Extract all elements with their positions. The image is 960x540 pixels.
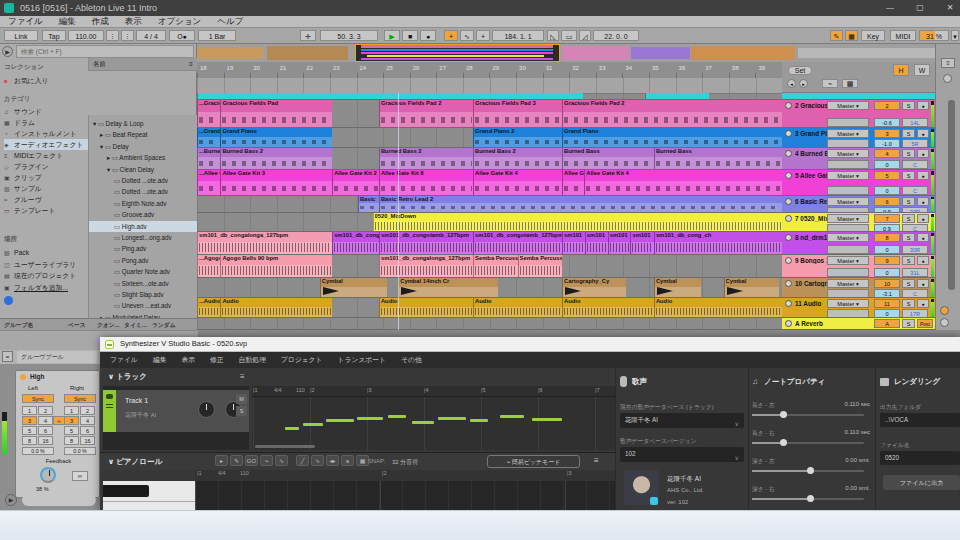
note-prop-slider[interactable]: [752, 414, 864, 416]
tool-2-icon[interactable]: GO: [245, 455, 258, 466]
clip[interactable]: sm101_db_cong_ch: [654, 232, 782, 254]
voice-db-select[interactable]: 花隈千冬 AI∨: [620, 413, 744, 428]
menu-item[interactable]: ヘルプ: [217, 16, 243, 28]
maximize-button[interactable]: ▢: [906, 0, 934, 16]
clip[interactable]: Audio: [220, 298, 332, 317]
delay-beat-cell[interactable]: 8: [22, 436, 37, 445]
clip[interactable]: Allee Gate Kit 4: [584, 170, 782, 195]
solo-button[interactable]: S: [902, 101, 915, 110]
tree-item[interactable]: ▭ Dotted ...ote.adv: [89, 186, 198, 197]
synthv-menu-item[interactable]: ファイル: [110, 355, 138, 365]
pan-field[interactable]: C: [902, 186, 928, 195]
pianoroll-ruler[interactable]: |1 4/4 110 |2 |3: [195, 470, 615, 481]
offset-left-field[interactable]: 0.0 %: [22, 447, 54, 455]
piano-keys[interactable]: [103, 481, 195, 510]
arm-button[interactable]: ●: [917, 279, 929, 288]
menu-item[interactable]: オプション: [158, 16, 202, 28]
fold-track-icon[interactable]: [785, 130, 792, 137]
re-enable-automation-button[interactable]: +: [476, 30, 490, 41]
category-item[interactable]: ▦ドラム: [4, 117, 88, 128]
clip[interactable]: Allee Gate Kit 2: [332, 170, 379, 195]
minimize-button[interactable]: —: [876, 0, 904, 16]
clip[interactable]: Allee Gate Kit 8: [379, 170, 473, 195]
pan-field[interactable]: C: [902, 224, 928, 232]
arrangement-overview[interactable]: [197, 44, 935, 63]
volume-field[interactable]: -0.6: [874, 118, 900, 127]
delay-beat-cell[interactable]: 1: [64, 406, 79, 415]
beat-time-ruler[interactable]: 1819202122232425262728293031323334353637…: [197, 62, 782, 79]
solo-button[interactable]: S: [902, 171, 915, 180]
nudge-up-button[interactable]: ⫶: [121, 30, 134, 41]
time-signature-field[interactable]: 4 / 4: [136, 30, 166, 41]
clip[interactable]: Gracious Fields Pad 2: [562, 100, 782, 127]
tree-header[interactable]: 名前≡: [88, 58, 197, 71]
tree-item[interactable]: ▭ Groove.adv: [89, 209, 198, 220]
clip[interactable]: Agogo Bells 90 bpm: [220, 255, 332, 277]
solo-button[interactable]: S: [902, 279, 915, 288]
close-button[interactable]: ✕: [936, 0, 960, 16]
pan-field[interactable]: 31L: [902, 268, 928, 277]
arm-button[interactable]: ●: [917, 149, 929, 158]
volume-field[interactable]: 0: [874, 268, 900, 277]
place-item[interactable]: ▤現在のプロジェクト: [4, 270, 88, 281]
offset-right-field[interactable]: 0.0 %: [64, 447, 96, 455]
clip[interactable]: Burned Bass 2: [220, 148, 332, 169]
routing-select[interactable]: Master ▾: [827, 149, 869, 158]
input-field[interactable]: [827, 268, 869, 277]
tool-5-icon[interactable]: ╱: [296, 455, 309, 466]
menu-item[interactable]: 作成: [92, 16, 109, 28]
clip[interactable]: ...Agogo Bells: [197, 255, 220, 277]
clip[interactable]: 0520_MixDown: [373, 213, 783, 231]
pan-field[interactable]: 30R: [902, 245, 928, 254]
synthv-menu-item[interactable]: 表示: [181, 355, 195, 365]
arm-button[interactable]: ●: [917, 171, 929, 180]
key-map-button[interactable]: Key: [861, 30, 885, 41]
solo-button[interactable]: S: [902, 256, 915, 265]
clip[interactable]: Semba Percussio: [473, 255, 517, 277]
sends-toggle[interactable]: [940, 306, 949, 315]
solo-button[interactable]: S: [902, 197, 915, 206]
routing-select[interactable]: Master ▾: [827, 101, 869, 110]
clip[interactable]: sm101: [562, 232, 585, 254]
tree-item[interactable]: ▾ ▭ Delay & Loop: [89, 118, 198, 129]
track-header[interactable]: 9 Bongos 121Master ▾9S●031L: [782, 255, 935, 278]
render-filename-input[interactable]: 0520: [880, 451, 960, 465]
note-prop-slider[interactable]: [752, 442, 864, 444]
groove-column-header[interactable]: グループ名: [4, 321, 33, 330]
track-header[interactable]: 11 AudioMaster ▾11S●017R: [782, 298, 935, 318]
track-list-menu-icon[interactable]: ≡: [240, 372, 245, 381]
volume-field[interactable]: 0: [874, 309, 900, 318]
routing-select[interactable]: Master ▾: [827, 256, 869, 265]
input-field[interactable]: [827, 289, 869, 298]
set-locator-button[interactable]: Set: [788, 66, 812, 75]
clip[interactable]: sm101_db_congotamb_127bpm: [473, 232, 562, 254]
volume-field[interactable]: -3.1: [874, 289, 900, 298]
track-header[interactable]: A ReverbASPost: [782, 318, 935, 330]
clip[interactable]: Cymbal: [724, 278, 780, 297]
pianoroll-menu-icon[interactable]: ≡: [594, 456, 599, 465]
input-field[interactable]: [827, 245, 869, 254]
delay-beat-cell[interactable]: 2: [80, 406, 95, 415]
track-header[interactable]: 4 Burned BasMaster ▾4S●0C: [782, 148, 935, 170]
menu-item[interactable]: 表示: [125, 16, 142, 28]
clip[interactable]: ...Burned Bas: [197, 148, 220, 169]
solo-button[interactable]: S: [902, 233, 915, 242]
height-zoom-button[interactable]: H: [893, 64, 909, 76]
menu-item[interactable]: ファイル: [8, 16, 43, 28]
track-header[interactable]: [782, 93, 935, 100]
clip[interactable]: [645, 93, 709, 99]
info-toggle-icon[interactable]: ▶: [5, 494, 17, 506]
arm-button[interactable]: ●: [917, 256, 929, 265]
midi-map-button[interactable]: MIDI: [890, 30, 916, 41]
collection-favorites[interactable]: ■お気に入り: [4, 75, 88, 86]
input-field[interactable]: [827, 186, 869, 195]
volume-field[interactable]: 0: [874, 245, 900, 254]
clip[interactable]: sm101: [630, 232, 653, 254]
track-header[interactable]: 3 Grand PianMaster ▾3S●-1.05R: [782, 128, 935, 148]
follow-button[interactable]: ✛: [300, 30, 316, 41]
tree-item[interactable]: ▭ Eighth Note.adv: [89, 198, 198, 209]
tool-7-icon[interactable]: ◂▸: [326, 455, 339, 466]
clip[interactable]: Allee Gate Kit 4: [473, 170, 562, 195]
arm-button[interactable]: ●: [917, 299, 929, 308]
place-item[interactable]: ◫ユーザーライブラリ: [4, 259, 88, 270]
